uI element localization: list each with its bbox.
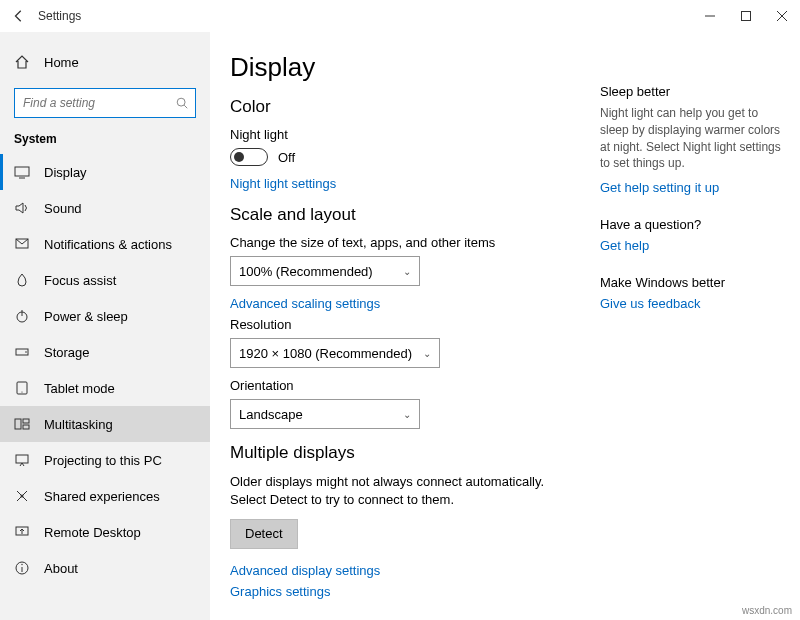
sidebar-item-label: Remote Desktop [44, 525, 141, 540]
night-light-settings-link[interactable]: Night light settings [230, 176, 600, 191]
close-button[interactable] [764, 0, 800, 32]
sidebar-item-about[interactable]: About [0, 550, 210, 586]
svg-point-12 [25, 351, 27, 353]
main-content: Display Color Night light Off Night ligh… [230, 52, 600, 620]
window-title: Settings [38, 9, 81, 23]
shared-icon [14, 488, 30, 504]
svg-rect-15 [15, 419, 21, 429]
svg-point-4 [177, 98, 185, 106]
remote-desktop-icon [14, 524, 30, 540]
feedback-link[interactable]: Give us feedback [600, 296, 784, 311]
sidebar-item-power-sleep[interactable]: Power & sleep [0, 298, 210, 334]
sleep-better-text: Night light can help you get to sleep by… [600, 105, 784, 172]
about-icon [14, 560, 30, 576]
night-light-state: Off [278, 150, 295, 165]
sidebar-item-label: Focus assist [44, 273, 116, 288]
storage-icon [14, 344, 30, 360]
sidebar-item-projecting[interactable]: Projecting to this PC [0, 442, 210, 478]
watermark: wsxdn.com [742, 605, 792, 616]
multiple-displays-heading: Multiple displays [230, 443, 600, 463]
sidebar-item-label: About [44, 561, 78, 576]
svg-point-25 [21, 564, 22, 565]
sidebar-item-multitasking[interactable]: Multitasking [0, 406, 210, 442]
sound-icon [14, 200, 30, 216]
color-heading: Color [230, 97, 600, 117]
sleep-better-heading: Sleep better [600, 84, 784, 99]
advanced-display-link[interactable]: Advanced display settings [230, 563, 600, 578]
aside: Sleep better Night light can help you ge… [600, 52, 800, 620]
detect-button[interactable]: Detect [230, 519, 298, 549]
sidebar-item-label: Projecting to this PC [44, 453, 162, 468]
advanced-scaling-link[interactable]: Advanced scaling settings [230, 296, 600, 311]
power-icon [14, 308, 30, 324]
sidebar-item-tablet-mode[interactable]: Tablet mode [0, 370, 210, 406]
make-better-heading: Make Windows better [600, 275, 784, 290]
tablet-icon [14, 380, 30, 396]
sidebar-item-label: Storage [44, 345, 90, 360]
scale-heading: Scale and layout [230, 205, 600, 225]
search-icon [175, 96, 189, 110]
graphics-settings-link[interactable]: Graphics settings [230, 584, 600, 599]
orientation-label: Orientation [230, 378, 600, 393]
projecting-icon [14, 452, 30, 468]
resolution-label: Resolution [230, 317, 600, 332]
svg-rect-6 [15, 167, 29, 176]
display-icon [14, 164, 30, 180]
sidebar-item-shared-experiences[interactable]: Shared experiences [0, 478, 210, 514]
search-field[interactable] [23, 96, 175, 110]
scale-select[interactable]: 100% (Recommended) ⌄ [230, 256, 420, 286]
sidebar-item-display[interactable]: Display [0, 154, 210, 190]
night-light-toggle[interactable] [230, 148, 268, 166]
get-help-link[interactable]: Get help [600, 238, 784, 253]
sidebar-item-label: Shared experiences [44, 489, 160, 504]
sidebar-item-label: Tablet mode [44, 381, 115, 396]
chevron-down-icon: ⌄ [403, 266, 411, 277]
sidebar-home[interactable]: Home [0, 44, 210, 80]
sidebar-home-label: Home [44, 55, 79, 70]
svg-point-21 [21, 495, 24, 498]
sidebar-item-label: Notifications & actions [44, 237, 172, 252]
sidebar: Home System Display Sound Notifications … [0, 32, 210, 620]
sidebar-item-label: Multitasking [44, 417, 113, 432]
page-title: Display [230, 52, 600, 83]
orientation-value: Landscape [239, 407, 303, 422]
svg-line-5 [184, 105, 187, 108]
resolution-select[interactable]: 1920 × 1080 (Recommended) ⌄ [230, 338, 440, 368]
question-heading: Have a question? [600, 217, 784, 232]
focus-assist-icon [14, 272, 30, 288]
multiple-displays-text: Older displays might not always connect … [230, 473, 580, 509]
minimize-button[interactable] [692, 0, 728, 32]
sidebar-item-storage[interactable]: Storage [0, 334, 210, 370]
svg-rect-16 [23, 419, 29, 423]
chevron-down-icon: ⌄ [423, 348, 431, 359]
sidebar-item-sound[interactable]: Sound [0, 190, 210, 226]
sidebar-item-label: Power & sleep [44, 309, 128, 324]
sidebar-item-label: Display [44, 165, 87, 180]
sidebar-section-label: System [0, 132, 210, 154]
multitasking-icon [14, 416, 30, 432]
chevron-down-icon: ⌄ [403, 409, 411, 420]
maximize-button[interactable] [728, 0, 764, 32]
orientation-select[interactable]: Landscape ⌄ [230, 399, 420, 429]
notifications-icon [14, 236, 30, 252]
change-size-label: Change the size of text, apps, and other… [230, 235, 600, 250]
sleep-better-link[interactable]: Get help setting it up [600, 180, 784, 195]
svg-rect-18 [16, 455, 28, 463]
back-button[interactable] [0, 9, 38, 23]
sidebar-item-focus-assist[interactable]: Focus assist [0, 262, 210, 298]
svg-point-14 [21, 391, 22, 392]
sidebar-item-notifications[interactable]: Notifications & actions [0, 226, 210, 262]
search-input[interactable] [14, 88, 196, 118]
sidebar-item-remote-desktop[interactable]: Remote Desktop [0, 514, 210, 550]
home-icon [14, 54, 30, 70]
svg-rect-17 [23, 425, 29, 429]
night-light-label: Night light [230, 127, 600, 142]
resolution-value: 1920 × 1080 (Recommended) [239, 346, 412, 361]
sidebar-item-label: Sound [44, 201, 82, 216]
scale-value: 100% (Recommended) [239, 264, 373, 279]
svg-rect-1 [742, 12, 751, 21]
